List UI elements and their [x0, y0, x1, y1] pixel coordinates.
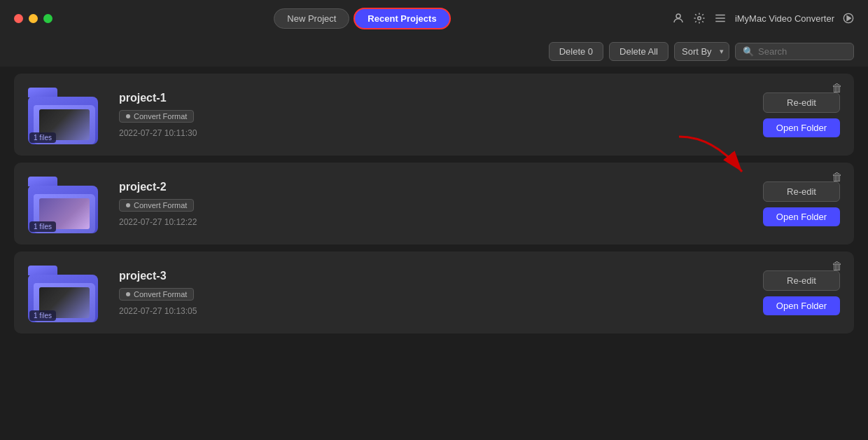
re-edit-button-3[interactable]: Re-edit	[763, 270, 840, 291]
search-icon: 🔍	[743, 46, 754, 57]
project-card-3: 1 files project-3 Convert Format 2022-07…	[14, 252, 854, 334]
tag-label-3: Convert Format	[134, 290, 187, 298]
search-input[interactable]	[758, 46, 846, 57]
toolbar: Delete 0 Delete All Sort By Name Date 🔍	[0, 36, 868, 67]
card-actions-1: Re-edit Open Folder	[763, 92, 840, 137]
sort-select[interactable]: Sort By Name Date	[674, 42, 729, 61]
app-name: iMyMac Video Converter	[735, 13, 834, 24]
tag-badge-3: Convert Format	[119, 288, 194, 301]
project-name-3: project-3	[119, 270, 763, 282]
sort-container: Sort By Name Date	[674, 42, 729, 61]
folder-icon-3: 1 files	[28, 263, 105, 322]
close-button[interactable]	[14, 14, 23, 23]
tag-badge-1: Convert Format	[119, 110, 194, 123]
delete-all-button[interactable]: Delete All	[609, 42, 668, 61]
project-name-2: project-2	[119, 181, 763, 193]
tag-label-1: Convert Format	[134, 112, 187, 121]
folder-icon-2: 1 files	[28, 174, 105, 233]
project-info-3: project-3 Convert Format 2022-07-27 10:1…	[119, 270, 763, 316]
recent-projects-button[interactable]: Recent Projects	[354, 8, 450, 29]
tag-dot-1	[126, 114, 130, 118]
trash-button-3[interactable]: 🗑	[832, 260, 843, 273]
files-badge-3: 1 files	[29, 310, 56, 321]
app-icon[interactable]	[843, 13, 854, 24]
maximize-button[interactable]	[43, 14, 52, 23]
titlebar-right: iMyMac Video Converter	[672, 12, 854, 25]
menu-icon[interactable]	[714, 12, 727, 25]
project-info-1: project-1 Convert Format 2022-07-27 10:1…	[119, 92, 763, 138]
tag-label-2: Convert Format	[134, 201, 187, 209]
project-date-3: 2022-07-27 10:13:05	[119, 306, 763, 316]
settings-icon[interactable]	[693, 12, 706, 25]
new-project-button[interactable]: New Project	[274, 8, 349, 29]
card-actions-2: Re-edit Open Folder	[763, 181, 840, 226]
traffic-lights	[14, 14, 52, 23]
open-folder-button-3[interactable]: Open Folder	[763, 296, 840, 315]
re-edit-button-2[interactable]: Re-edit	[763, 181, 840, 202]
trash-button-1[interactable]: 🗑	[832, 82, 843, 95]
titlebar: New Project Recent Projects iMyMac Vid	[0, 0, 868, 36]
nav-buttons: New Project Recent Projects	[274, 8, 450, 29]
files-badge-2: 1 files	[29, 221, 56, 232]
tag-dot-3	[126, 292, 130, 296]
open-folder-button-1[interactable]: Open Folder	[763, 118, 840, 137]
project-card-1: 1 files project-1 Convert Format 2022-07…	[14, 74, 854, 156]
project-date-2: 2022-07-27 10:12:22	[119, 217, 763, 227]
svg-point-1	[698, 17, 701, 20]
svg-point-0	[676, 14, 680, 18]
tag-badge-2: Convert Format	[119, 199, 194, 212]
card-actions-3: Re-edit Open Folder	[763, 270, 840, 315]
delete-button[interactable]: Delete 0	[549, 42, 603, 61]
trash-button-2[interactable]: 🗑	[832, 171, 843, 184]
search-box: 🔍	[735, 43, 854, 60]
files-badge-1: 1 files	[29, 132, 56, 143]
tag-dot-2	[126, 203, 130, 207]
main-content: 1 files project-1 Convert Format 2022-07…	[0, 67, 868, 440]
folder-icon-1: 1 files	[28, 85, 105, 144]
re-edit-button-1[interactable]: Re-edit	[763, 92, 840, 113]
project-info-2: project-2 Convert Format 2022-07-27 10:1…	[119, 181, 763, 227]
account-icon[interactable]	[672, 12, 685, 25]
project-name-1: project-1	[119, 92, 763, 104]
project-date-1: 2022-07-27 10:11:30	[119, 128, 763, 138]
project-card-2: 1 files project-2 Convert Format 2022-07…	[14, 163, 854, 245]
minimize-button[interactable]	[29, 14, 38, 23]
projects-list: 1 files project-1 Convert Format 2022-07…	[14, 74, 854, 341]
open-folder-button-2[interactable]: Open Folder	[763, 207, 840, 226]
